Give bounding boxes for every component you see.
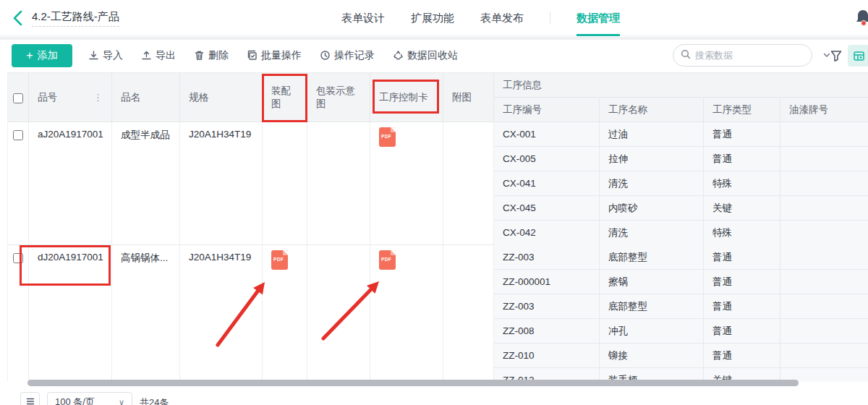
active-tab-underline (576, 34, 620, 36)
process-row: CX-042 清洗 特殊 (494, 221, 868, 245)
row-select-cell (8, 122, 29, 244)
cell-item-name: 成型半成品 (112, 122, 180, 244)
table-row[interactable]: aJ20A1917001 成型半成品 J20A1H34T19 PDF CX-00… (8, 122, 868, 245)
import-icon (88, 50, 99, 61)
process-cell (780, 344, 868, 367)
table-header: 品号⋮ 品名 规格 装配图 包装示意图 工序控制卡 附图 工序信息 工序编号 工… (8, 73, 868, 122)
page-size-select[interactable]: 100 条/页 ∨ (47, 392, 132, 405)
search-icon (681, 49, 691, 62)
table-row[interactable]: dJ20A1917001 高锅锅体... J20A1H34T19 PDF PDF… (8, 245, 868, 382)
tab-form-publish[interactable]: 表单发布 (480, 0, 524, 36)
pdf-file-icon[interactable]: PDF (271, 250, 288, 270)
column-header-process-card[interactable]: 工序控制卡 (370, 73, 443, 122)
process-cell: CX-045 (494, 196, 600, 220)
import-label: 导入 (103, 49, 123, 62)
process-cell: 过油 (600, 122, 704, 146)
column-header-item-name[interactable]: 品名 (112, 73, 180, 122)
cell-assembly-drawing (263, 122, 307, 244)
column-header-process-code[interactable]: 工序编号 (494, 98, 600, 122)
delete-button[interactable]: 删除 (194, 49, 229, 62)
chevron-down-icon: ∨ (119, 398, 124, 405)
search-box (673, 44, 812, 67)
back-button[interactable] (10, 9, 26, 27)
total-count: 共24条 (140, 392, 169, 405)
pdf-file-icon[interactable]: PDF (379, 127, 396, 147)
process-cell: CX-001 (494, 122, 600, 146)
process-cell: 底部整型 (600, 294, 704, 318)
process-info-group: 工序信息 工序编号 工序名称 工序类型 油漆牌号 (494, 73, 868, 122)
search-input[interactable] (695, 50, 822, 61)
horizontal-scrollbar (0, 378, 868, 387)
process-cell (780, 171, 868, 195)
operation-log-button[interactable]: 操作记录 (320, 49, 375, 62)
process-cell: 清洗 (600, 221, 704, 245)
export-label: 导出 (156, 49, 176, 62)
process-cell (780, 196, 868, 220)
pdf-label: PDF (381, 257, 391, 262)
column-label: 工序类型 (712, 103, 752, 116)
recycle-icon (393, 50, 404, 61)
process-cell (780, 319, 868, 343)
filter-icon[interactable] (826, 46, 846, 66)
cell-package-diagram (307, 122, 370, 244)
column-label: 附图 (452, 91, 472, 104)
cell-attachment (443, 122, 494, 244)
process-cell: 普通 (704, 294, 780, 318)
notification-bell-icon[interactable] (853, 8, 868, 28)
process-row: CX-041 清洗 特殊 (494, 171, 868, 196)
column-header-package-diagram[interactable]: 包装示意图 (307, 73, 370, 122)
process-cell: 擦锅 (600, 270, 704, 294)
recycle-bin-button[interactable]: 数据回收站 (393, 49, 458, 62)
select-all-checkbox[interactable] (13, 93, 23, 103)
column-header-paint-brand[interactable]: 油漆牌号 (780, 98, 868, 122)
column-menu-icon[interactable]: ⋮ (93, 92, 103, 103)
column-header-item-no[interactable]: 品号⋮ (29, 73, 112, 122)
horizontal-scrollbar-thumb[interactable] (27, 380, 799, 386)
process-cell: ZZ-008 (494, 319, 600, 343)
recycle-bin-label: 数据回收站 (407, 49, 458, 62)
cell-process-card: PDF (370, 245, 443, 382)
process-cell (780, 245, 868, 269)
row-checkbox[interactable] (13, 130, 23, 140)
add-button[interactable]: + 添加 (12, 44, 72, 67)
process-row: ZZ-003 底部整型 普通 (494, 245, 868, 270)
column-header-process-name[interactable]: 工序名称 (600, 98, 704, 122)
column-header-assembly-drawing[interactable]: 装配图 (263, 73, 307, 122)
process-cell (780, 147, 868, 171)
plus-icon: + (26, 50, 33, 61)
column-label: 油漆牌号 (789, 103, 828, 116)
export-button[interactable]: 导出 (141, 49, 176, 62)
cell-attachment (443, 245, 494, 382)
batch-operation-button[interactable]: 批量操作 (247, 49, 302, 62)
column-label: 品名 (121, 91, 140, 104)
header-tabs: 表单设计 扩展功能 表单发布 数据管理 (341, 0, 620, 36)
data-table: 品号⋮ 品名 规格 装配图 包装示意图 工序控制卡 附图 工序信息 工序编号 工… (7, 72, 868, 382)
group-header-process-info[interactable]: 工序信息 (494, 73, 868, 98)
column-header-spec[interactable]: 规格 (180, 73, 263, 122)
row-checkbox[interactable] (13, 253, 23, 263)
cell-assembly-drawing: PDF (263, 245, 307, 382)
select-all-cell (8, 73, 29, 122)
notification-badge (861, 20, 867, 26)
process-cell: CX-005 (494, 147, 600, 171)
process-cell: 特殊 (704, 171, 780, 195)
batch-icon (247, 50, 258, 61)
cell-item-no: dJ20A1917001 (29, 245, 112, 382)
process-cell (780, 221, 868, 245)
data-toolbar: + 添加 导入 导出 删除 批量操作 操作记录 (0, 40, 868, 71)
column-header-process-type[interactable]: 工序类型 (704, 98, 780, 122)
import-button[interactable]: 导入 (88, 49, 123, 62)
pagination-footer: 100 条/页 ∨ 共24条 (0, 389, 868, 405)
tab-data-management[interactable]: 数据管理 (576, 0, 620, 36)
tab-extensions[interactable]: 扩展功能 (411, 0, 454, 36)
column-label: 装配图 (271, 85, 298, 111)
process-cell: 普通 (704, 319, 780, 343)
list-view-button[interactable] (20, 392, 40, 405)
column-header-attachment[interactable]: 附图 (443, 73, 494, 122)
view-settings-button[interactable] (848, 45, 868, 67)
pdf-file-icon[interactable]: PDF (379, 250, 396, 270)
tab-form-design[interactable]: 表单设计 (341, 0, 385, 36)
form-title[interactable]: 4.2-工艺路线-产品 (32, 10, 119, 27)
process-sub-header: 工序编号 工序名称 工序类型 油漆牌号 (494, 98, 868, 122)
operation-log-label: 操作记录 (334, 49, 375, 62)
